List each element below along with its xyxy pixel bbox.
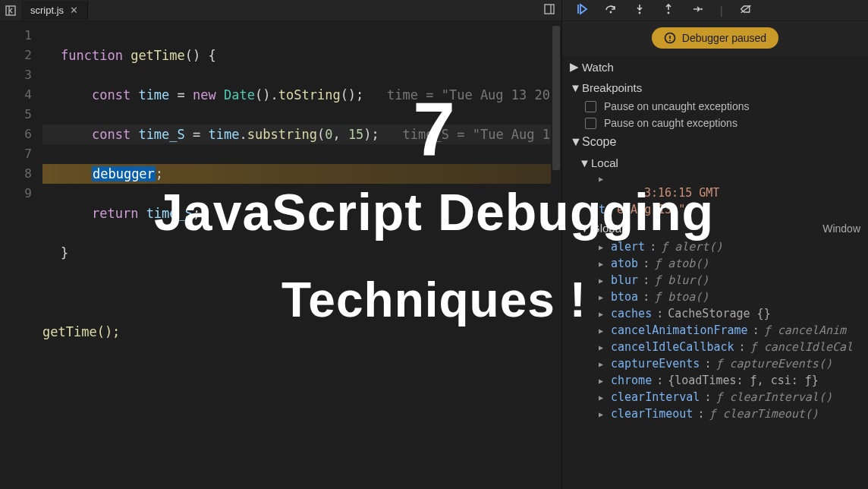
line-number: 2 (0, 46, 32, 65)
watch-section[interactable]: ▶Watch (562, 56, 868, 77)
keyword: const (92, 127, 131, 142)
expand-icon[interactable]: ▶ (599, 410, 606, 418)
section-label: Scope (582, 135, 616, 149)
prop-value: ƒ blur() (654, 273, 709, 287)
prop-name: clearTimeout (611, 407, 693, 421)
editor-tab-active[interactable]: script.js ✕ (21, 1, 88, 20)
step-into-icon[interactable] (634, 3, 646, 17)
panel-toggle-icon[interactable] (0, 5, 21, 17)
step-out-icon[interactable] (662, 3, 675, 17)
number: 0 (325, 127, 332, 142)
prop-value: ƒ atob() (654, 257, 709, 270)
global-prop[interactable]: ▶chrome: {loadTimes: ƒ, csi: ƒ} (562, 372, 868, 389)
prop-name: alert (611, 240, 645, 254)
expand-icon[interactable]: ▶ (599, 310, 606, 318)
scope-global[interactable]: ▼GlobalWindow (562, 218, 868, 238)
prop-value: ƒ captureEvents() (715, 357, 832, 371)
prop-value: CacheStorage {} (668, 307, 770, 320)
debugger-statement: debugger (92, 166, 156, 181)
global-prop[interactable]: ▶clearInterval: ƒ clearInterval() (562, 389, 868, 405)
svg-point-11 (669, 40, 671, 42)
global-prop[interactable]: ▶blur: ƒ blur() (562, 272, 868, 289)
line-number: 4 (0, 85, 32, 105)
line-number: 9 (0, 184, 32, 203)
section-label: Watch (582, 61, 614, 74)
pause-uncaught-row[interactable]: Pause on uncaught exceptions (562, 98, 868, 115)
svg-point-4 (610, 11, 612, 14)
line-number: 8 (0, 164, 32, 184)
code-area[interactable]: function getTime() { const time = new Da… (42, 21, 561, 489)
checkbox-label: Pause on uncaught exceptions (604, 100, 749, 112)
scope-section[interactable]: ▼Scope (562, 131, 868, 153)
expand-icon[interactable]: ▶ (599, 360, 606, 368)
expand-icon[interactable]: ▶ (599, 343, 606, 352)
expand-icon[interactable]: ▶ (599, 243, 606, 251)
close-icon[interactable]: ✕ (70, 5, 78, 16)
prop-name: chrome (611, 374, 652, 387)
svg-point-7 (700, 8, 703, 11)
editor-tab-bar: script.js ✕ (0, 0, 561, 21)
expand-icon[interactable]: ▶ (599, 377, 606, 385)
prop-value: ƒ btoa() (654, 290, 709, 304)
inline-hint: time = "Tue Aug 13 20 (387, 87, 550, 103)
prop-name: cancelAnimationFrame (611, 323, 748, 337)
tab-filename: script.js (30, 5, 64, 16)
checkbox[interactable] (585, 118, 596, 129)
function-call: getTime(); (42, 324, 120, 339)
line-number: 7 (0, 144, 32, 164)
prop-name: atob (611, 257, 638, 270)
global-prop[interactable]: ▶cancelAnimationFrame: ƒ cancelAnim (562, 322, 868, 339)
global-prop[interactable]: ▶caches: CacheStorage {} (562, 305, 868, 322)
scrollbar-thumb[interactable] (552, 26, 560, 170)
svg-rect-2 (545, 5, 554, 14)
prop-name: captureEvents (611, 357, 700, 371)
expand-icon[interactable]: ▶ (599, 393, 606, 402)
checkbox-label: Pause on caught exceptions (604, 117, 737, 129)
prop-name: clearInterval (611, 390, 700, 404)
debug-toolbar: | (561, 0, 868, 21)
global-prop[interactable]: ▶alert: ƒ alert() (562, 238, 868, 255)
global-prop[interactable]: ▶captureEvents: ƒ captureEvents() (562, 355, 868, 372)
debugger-panel: Debugger paused ▶Watch ▼Breakpoints Paus… (561, 21, 868, 489)
expand-icon[interactable]: ▶ (599, 260, 606, 268)
debugger-paused-pill: Debugger paused (652, 27, 778, 49)
line-number: 1 (0, 26, 32, 46)
prop-name: btoa (611, 290, 638, 304)
keyword: const (92, 87, 131, 103)
section-label: Breakpoints (582, 81, 642, 94)
expand-icon[interactable]: ▶ (599, 276, 606, 285)
identifier: time (138, 87, 169, 103)
more-icon[interactable] (543, 3, 555, 17)
step-over-icon[interactable] (605, 3, 617, 17)
identifier: time_S (146, 206, 193, 221)
keyword: function (61, 48, 123, 63)
paused-label: Debugger paused (682, 32, 766, 44)
inline-hint: time_S = "Tue Aug 1 (403, 127, 550, 142)
number: 15 (348, 127, 363, 142)
pause-caught-row[interactable]: Pause on caught exceptions (562, 115, 868, 131)
local-var-time: 3:16:15 GMT (562, 185, 868, 201)
type: Date (224, 87, 255, 103)
code-editor[interactable]: 1 2 3 4 5 6 7 8 9 function getTime() { c… (0, 21, 561, 489)
local-var: ▶ (562, 173, 868, 185)
global-prop[interactable]: ▶cancelIdleCallback: ƒ cancelIdleCal (562, 339, 868, 355)
expand-icon[interactable]: ▶ (599, 293, 606, 301)
line-gutter: 1 2 3 4 5 6 7 8 9 (0, 21, 42, 489)
breakpoints-section[interactable]: ▼Breakpoints (562, 77, 868, 98)
line-number: 3 (0, 65, 32, 85)
identifier: time (209, 127, 240, 142)
editor-scrollbar[interactable] (551, 21, 561, 489)
scope-local[interactable]: ▼Local (562, 153, 868, 173)
prop-value: ƒ cancelIdleCal (750, 340, 853, 354)
expand-icon[interactable]: ▶ (599, 327, 606, 335)
global-prop[interactable]: ▶btoa: ƒ btoa() (562, 289, 868, 305)
resume-icon[interactable] (576, 3, 588, 17)
global-prop[interactable]: ▶atob: ƒ atob() (562, 255, 868, 272)
prop-value: ƒ alert() (661, 240, 722, 254)
keyword: new (193, 87, 216, 103)
global-type: Window (822, 222, 860, 235)
step-icon[interactable] (691, 3, 703, 17)
deactivate-breakpoints-icon[interactable] (740, 3, 752, 17)
global-prop[interactable]: ▶clearTimeout: ƒ clearTimeout() (562, 405, 868, 422)
checkbox[interactable] (585, 101, 596, 112)
